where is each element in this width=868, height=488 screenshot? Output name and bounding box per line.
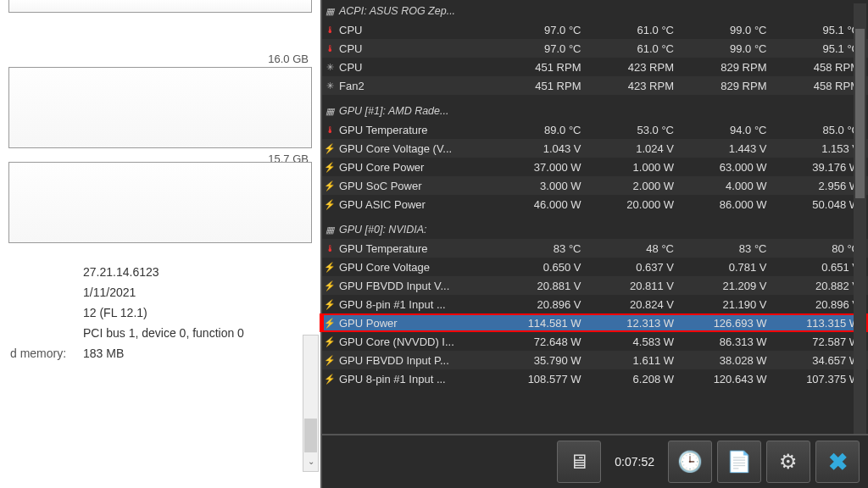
- bolt-icon: ⚡: [322, 199, 337, 210]
- thermometer-icon: 🌡: [322, 125, 337, 135]
- sensor-name: GPU Power: [337, 317, 497, 330]
- sensor-name: GPU FBVDD Input P...: [337, 354, 497, 367]
- feature-level: 12 (FL 12.1): [83, 302, 147, 323]
- sensor-list[interactable]: ▦ACPI: ASUS ROG Zep...🌡CPU97.0 °C61.0 °C…: [322, 0, 868, 388]
- sensor-value: 86.000 W: [682, 198, 776, 211]
- sensor-name: CPU: [337, 24, 497, 36]
- sensor-value: 451 RPM: [497, 61, 590, 74]
- network-button[interactable]: 🖥: [557, 441, 601, 483]
- sensor-name: GPU 8-pin #1 Input ...: [337, 373, 497, 385]
- sensor-name: GPU 8-pin #1 Input ...: [337, 298, 497, 311]
- sensor-group-header[interactable]: ▦ACPI: ASUS ROG Zep...: [322, 2, 868, 20]
- bolt-icon: ⚡: [322, 374, 337, 385]
- fan-icon: ✳: [322, 62, 337, 73]
- sensor-value: 829 RPM: [682, 80, 776, 92]
- sensor-value: 20.896 V: [497, 298, 590, 311]
- hwinfo-panel: ▦ACPI: ASUS ROG Zep...🌡CPU97.0 °C61.0 °C…: [320, 0, 868, 488]
- memory-value: 183 MB: [83, 343, 124, 363]
- driver-date: 1/11/2021: [83, 282, 136, 302]
- sensor-row[interactable]: ⚡GPU FBVDD Input P...35.790 W1.611 W38.0…: [322, 351, 868, 369]
- sensor-row[interactable]: ⚡GPU 8-pin #1 Input ...20.896 V20.824 V2…: [322, 295, 868, 313]
- info-row: PCI bus 1, device 0, function 0: [10, 323, 310, 343]
- sensor-row[interactable]: 🌡GPU Temperature89.0 °C53.0 °C94.0 °C85.…: [322, 120, 868, 139]
- bolt-icon: ⚡: [322, 180, 337, 191]
- toolbar: 🖥 0:07:52 🕒 📄 ⚙ ✖: [322, 434, 868, 488]
- sensor-scrollbar[interactable]: [854, 3, 866, 434]
- sensor-value: 20.000 W: [590, 198, 683, 211]
- info-row: 1/11/2021: [10, 282, 310, 302]
- scrollbar-thumb[interactable]: [855, 29, 865, 198]
- sensor-name: GPU Core (NVVDD) I...: [337, 336, 497, 348]
- sensor-row[interactable]: ⚡GPU Core Voltage (V...1.043 V1.024 V1.4…: [322, 139, 868, 158]
- sensor-row[interactable]: ⚡GPU Core (NVVDD) I...72.648 W4.583 W86.…: [322, 332, 868, 351]
- sensor-value: 114.581 W: [497, 317, 590, 330]
- sensor-value: 89.0 °C: [497, 124, 590, 136]
- sensor-row[interactable]: 🌡CPU97.0 °C61.0 °C99.0 °C95.1 °C: [322, 39, 868, 58]
- thermometer-icon: 🌡: [322, 243, 337, 253]
- sensor-value: 46.000 W: [497, 198, 590, 211]
- sensor-row[interactable]: ⚡GPU ASIC Power46.000 W20.000 W86.000 W5…: [322, 195, 868, 214]
- scrollbar[interactable]: ⌄: [303, 335, 319, 472]
- chip-icon: ▦: [322, 106, 337, 117]
- sensor-value: 61.0 °C: [590, 24, 683, 36]
- sensor-value: 86.313 W: [682, 336, 776, 348]
- sensor-row[interactable]: ⚡GPU SoC Power3.000 W2.000 W4.000 W2.956…: [322, 176, 868, 195]
- sensor-row[interactable]: ⚡GPU Core Voltage0.650 V0.637 V0.781 V0.…: [322, 258, 868, 276]
- sensor-value: 1.024 V: [590, 142, 683, 155]
- sensor-value: 1.043 V: [497, 142, 590, 155]
- gear-icon: ⚙: [779, 450, 798, 474]
- sensor-row[interactable]: ⚡GPU Power114.581 W12.313 W126.693 W113.…: [320, 313, 868, 332]
- sensor-group-header[interactable]: ▦GPU [#1]: AMD Rade...: [322, 102, 868, 120]
- sensor-name: GPU Core Voltage: [337, 261, 497, 274]
- sensor-value: 829 RPM: [682, 61, 776, 74]
- sensor-value: 21.209 V: [682, 280, 776, 292]
- close-icon: ✖: [828, 448, 848, 476]
- info-row: 27.21.14.6123: [10, 262, 310, 282]
- sensor-row[interactable]: ⚡GPU Core Power37.000 W1.000 W63.000 W39…: [322, 158, 868, 176]
- sensor-row[interactable]: 🌡GPU Temperature83 °C48 °C83 °C80 °C: [322, 239, 868, 258]
- sensor-value: 20.881 V: [497, 280, 590, 292]
- group-title: GPU [#0]: NVIDIA:: [337, 224, 497, 236]
- sensor-value: 423 RPM: [590, 80, 683, 92]
- driver-version: 27.21.14.6123: [83, 262, 159, 282]
- sensor-name: GPU Core Power: [337, 161, 497, 174]
- sensor-value: 4.000 W: [682, 180, 776, 192]
- group-title: GPU [#1]: AMD Rade...: [337, 105, 497, 117]
- sensor-name: GPU FBVDD Input V...: [337, 280, 497, 292]
- sensor-row[interactable]: 🌡CPU97.0 °C61.0 °C99.0 °C95.1 °C: [322, 20, 868, 39]
- sensor-row[interactable]: ✳Fan2451 RPM423 RPM829 RPM458 RPM: [322, 76, 868, 95]
- sensor-value: 99.0 °C: [682, 24, 776, 36]
- log-button[interactable]: 📄: [717, 441, 761, 483]
- info-row: d memory:183 MB: [10, 343, 310, 363]
- bolt-icon: ⚡: [322, 336, 337, 347]
- document-plus-icon: 📄: [726, 450, 752, 474]
- fan-icon: ✳: [322, 80, 337, 92]
- close-button[interactable]: ✖: [815, 441, 860, 483]
- sensor-name: CPU: [337, 61, 497, 74]
- sensor-value: 120.643 W: [682, 373, 776, 385]
- sensor-value: 108.577 W: [497, 373, 590, 385]
- sensor-row[interactable]: ⚡GPU 8-pin #1 Input ...108.577 W6.208 W1…: [322, 369, 868, 388]
- clock-button[interactable]: 🕒: [668, 441, 712, 483]
- bus-location: PCI bus 1, device 0, function 0: [83, 323, 244, 343]
- sensor-value: 97.0 °C: [497, 42, 590, 55]
- bolt-icon: ⚡: [322, 355, 337, 366]
- sensor-value: 83 °C: [497, 242, 590, 255]
- sensor-value: 1.611 W: [590, 354, 683, 367]
- sensor-value: 2.000 W: [590, 180, 683, 192]
- sensor-group-header[interactable]: ▦GPU [#0]: NVIDIA:: [322, 220, 868, 239]
- graph-box: [8, 67, 312, 148]
- memory-label: d memory:: [10, 343, 83, 363]
- sensor-row[interactable]: ⚡GPU FBVDD Input V...20.881 V20.811 V21.…: [322, 276, 868, 295]
- sensor-value: 4.583 W: [590, 336, 683, 348]
- scroll-down-icon[interactable]: ⌄: [303, 457, 318, 471]
- sensor-row[interactable]: ✳CPU451 RPM423 RPM829 RPM458 RPM: [322, 58, 868, 76]
- graph-box: [8, 0, 312, 13]
- settings-button[interactable]: ⚙: [766, 441, 810, 483]
- sensor-value: 61.0 °C: [590, 42, 683, 55]
- graph-box: [8, 162, 312, 243]
- sensor-value: 423 RPM: [590, 61, 683, 74]
- sensor-value: 38.028 W: [682, 354, 776, 367]
- scrollbar-thumb[interactable]: [304, 419, 317, 452]
- sensor-name: GPU Temperature: [337, 124, 497, 136]
